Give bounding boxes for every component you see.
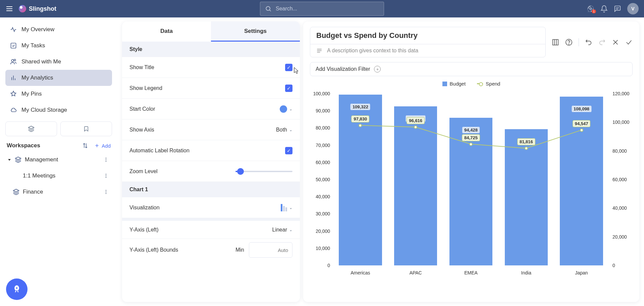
more-vertical-icon[interactable]: [103, 157, 109, 162]
svg-point-20: [106, 159, 107, 160]
label-show-axis: Show Axis: [129, 127, 154, 133]
viz-description-placeholder[interactable]: A description gives context to this data: [327, 48, 418, 54]
svg-point-3: [266, 6, 270, 10]
chat-icon[interactable]: [614, 5, 621, 12]
menu-icon[interactable]: [5, 5, 13, 13]
legend-swatch-spend: [477, 83, 483, 84]
pill-layers[interactable]: [5, 121, 57, 136]
svg-rect-8: [11, 43, 16, 48]
checkbox-show-title[interactable]: ✓: [285, 64, 292, 71]
line-point[interactable]: [414, 125, 417, 129]
legend-item-spend[interactable]: Spend: [477, 81, 500, 87]
nav-my-analytics[interactable]: My Analytics: [5, 70, 112, 86]
plus-circle-icon: +: [374, 66, 381, 72]
y-left-tick: 30,000: [316, 211, 330, 216]
workspaces-title: Workspaces: [7, 142, 40, 149]
line-point[interactable]: [469, 143, 473, 146]
select-show-axis[interactable]: Both⌄: [276, 127, 292, 133]
label-auto-rotation: Automatic Label Rotation: [129, 148, 190, 154]
tree-item-management[interactable]: Management: [5, 152, 112, 168]
close-icon[interactable]: [612, 39, 619, 46]
rocket-icon: [12, 285, 21, 294]
bell-icon[interactable]: [600, 5, 608, 12]
checkbox-auto-rotation[interactable]: ✓: [285, 147, 292, 154]
y-right-tick: 60,000: [612, 177, 627, 182]
label-visualization: Visualization: [129, 205, 160, 211]
y-left-tick: 0: [327, 263, 330, 268]
svg-point-28: [106, 193, 107, 194]
more-vertical-icon[interactable]: [103, 189, 109, 195]
nav-my-tasks[interactable]: My Tasks: [5, 38, 112, 54]
line-value-label: 96,616: [407, 117, 425, 124]
help-icon[interactable]: [565, 39, 573, 46]
section-style: Style: [122, 42, 300, 57]
svg-marker-17: [8, 159, 11, 161]
stack-icon: [13, 189, 19, 195]
avatar[interactable]: V: [627, 3, 639, 14]
brand-name: Slingshot: [29, 5, 56, 12]
alerts-icon[interactable]: 1: [587, 5, 594, 12]
tree-item-1-1-meetings[interactable]: 1:1 Meetings: [5, 168, 112, 184]
launcher-fab[interactable]: [6, 278, 28, 300]
nav-shared-with-me[interactable]: Shared with Me: [5, 54, 112, 70]
nav-my-overview[interactable]: My Overview: [5, 21, 112, 38]
add-workspace-button[interactable]: Add: [94, 143, 111, 149]
x-tick: Americas: [351, 270, 370, 275]
chart-icon: [10, 74, 17, 81]
search-input-wrap[interactable]: [260, 2, 384, 16]
more-vertical-icon[interactable]: [103, 173, 109, 178]
color-dot-icon: [280, 105, 287, 113]
nav-label: My Pins: [21, 91, 42, 97]
search-input[interactable]: [276, 6, 379, 12]
svg-point-21: [106, 161, 107, 162]
brand-logo[interactable]: Slingshot: [19, 5, 56, 12]
svg-point-23: [106, 175, 107, 176]
slider-thumb[interactable]: [237, 168, 244, 175]
legend-label: Budget: [450, 81, 466, 87]
y-right-tick: 100,000: [612, 119, 630, 125]
add-label: Add: [102, 143, 111, 149]
select-yaxis-left[interactable]: Linear⌄: [272, 227, 292, 233]
y-left-tick: 40,000: [316, 194, 330, 199]
nav-my-pins[interactable]: My Pins: [5, 86, 112, 102]
check-square-icon: [10, 42, 17, 49]
cloud-icon: [10, 107, 17, 113]
legend-item-budget[interactable]: Budget: [442, 81, 466, 87]
tab-settings[interactable]: Settings: [211, 21, 300, 42]
svg-point-9: [11, 59, 14, 62]
y-left-tick: 70,000: [316, 143, 330, 148]
line-point[interactable]: [359, 124, 362, 127]
nav-label: My Tasks: [21, 42, 45, 49]
label-start-color: Start Color: [129, 106, 155, 112]
y-left-tick: 90,000: [316, 108, 330, 113]
tree-label: 1:1 Meetings: [23, 172, 55, 179]
svg-point-36: [569, 44, 569, 44]
alerts-badge: 1: [592, 9, 596, 13]
confirm-icon[interactable]: [625, 39, 633, 46]
add-filter-button[interactable]: Add Visualization Filter +: [310, 62, 633, 76]
nav-my-cloud-storage[interactable]: My Cloud Storage: [5, 102, 112, 118]
input-min[interactable]: [249, 242, 292, 258]
line-point[interactable]: [525, 147, 528, 150]
nav-label: My Analytics: [21, 74, 53, 81]
logo-icon: [19, 5, 26, 12]
svg-point-24: [106, 177, 107, 178]
undo-icon[interactable]: [585, 39, 592, 46]
pill-bookmark[interactable]: [60, 121, 112, 136]
slider-zoom-level[interactable]: [235, 171, 292, 172]
tab-data[interactable]: Data: [122, 21, 211, 42]
sort-icon[interactable]: [82, 143, 88, 149]
x-tick: APAC: [410, 270, 422, 275]
users-icon: [10, 58, 17, 65]
checkbox-show-legend[interactable]: ✓: [285, 85, 292, 92]
x-tick: India: [521, 270, 531, 275]
pin-icon: [10, 91, 17, 97]
line-point[interactable]: [580, 129, 583, 132]
label-yaxis-left: Y-Axis (Left): [129, 227, 159, 233]
redo-icon[interactable]: [598, 39, 606, 46]
tree-item-finance[interactable]: Finance: [5, 184, 112, 200]
grid-icon[interactable]: [552, 39, 559, 46]
viz-title[interactable]: Budget vs Spend by Country: [310, 27, 545, 44]
select-start-color[interactable]: ⌄: [280, 105, 292, 113]
select-visualization[interactable]: ⌄: [281, 204, 292, 211]
